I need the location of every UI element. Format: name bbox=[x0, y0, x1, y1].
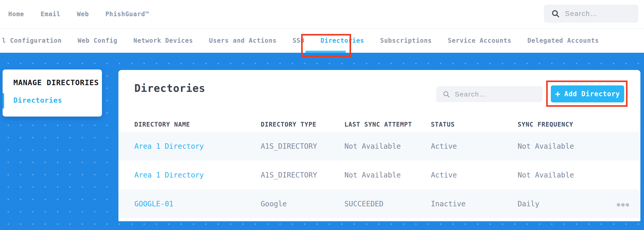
directory-type-cell: A1S_DIRECTORY bbox=[261, 142, 344, 151]
last-sync-attempt-cell: Not Available bbox=[344, 142, 431, 151]
active-item-bar bbox=[3, 93, 4, 109]
last-sync-attempt-cell: SUCCEEDED bbox=[344, 200, 431, 208]
status-cell: Active bbox=[431, 142, 518, 151]
global-search-input[interactable]: Search… bbox=[544, 5, 638, 23]
sync-frequency-cell: Daily bbox=[518, 200, 606, 208]
tab-network-devices[interactable]: Network Devices bbox=[133, 37, 193, 44]
tab-sso[interactable]: SSO bbox=[293, 37, 304, 44]
directory-name-link[interactable]: Area 1 Directory bbox=[134, 171, 261, 179]
primary-nav: Home Email Web PhishGuard™ Search… bbox=[0, 0, 644, 28]
content-area: MANAGE DIRECTORIES Directories Directori… bbox=[0, 53, 644, 230]
tab-delegated-accounts[interactable]: Delegated Accounts bbox=[527, 37, 599, 44]
secondary-nav: l Configuration Web Config Network Devic… bbox=[0, 28, 644, 53]
directories-panel: Directories Search… + Add Directory DIRE… bbox=[118, 70, 640, 221]
directory-type-cell: Google bbox=[261, 200, 344, 208]
manage-directories-card: MANAGE DIRECTORIES Directories bbox=[3, 69, 102, 117]
directory-name-link[interactable]: GOOGLE-01 bbox=[134, 200, 261, 208]
column-header-status: STATUS bbox=[431, 121, 518, 128]
status-cell: Inactive bbox=[431, 200, 518, 208]
tab-directories[interactable]: Directories bbox=[320, 37, 364, 44]
page-title: Directories bbox=[134, 82, 205, 94]
status-cell: Active bbox=[431, 171, 518, 179]
nav-item-home[interactable]: Home bbox=[8, 11, 24, 18]
table-row: Area 1 Directory A1S_DIRECTORY Not Avail… bbox=[118, 132, 640, 161]
directory-type-cell: A1S_DIRECTORY bbox=[261, 171, 344, 179]
tab-subscriptions[interactable]: Subscriptions bbox=[380, 37, 432, 44]
column-header-sync-frequency: SYNC FREQUENCY bbox=[518, 121, 606, 128]
table-row: GOOGLE-01 Google SUCCEEDED Inactive Dail… bbox=[118, 189, 640, 218]
app-screen: Home Email Web PhishGuard™ Search… l Con… bbox=[0, 0, 644, 230]
tab-service-accounts[interactable]: Service Accounts bbox=[448, 37, 511, 44]
last-sync-attempt-cell: Not Available bbox=[344, 171, 431, 179]
row-actions-cell: ●●● bbox=[606, 200, 630, 208]
nav-item-phishguard[interactable]: PhishGuard™ bbox=[105, 11, 149, 18]
column-header-last-sync-attempt: LAST SYNC ATTEMPT bbox=[344, 121, 431, 128]
add-directory-button-label: Add Directory bbox=[564, 90, 620, 98]
search-icon bbox=[551, 9, 560, 18]
column-header-directory-name: DIRECTORY NAME bbox=[134, 121, 261, 128]
table-header-row: DIRECTORY NAME DIRECTORY TYPE LAST SYNC … bbox=[118, 117, 640, 132]
sync-frequency-cell: Not Available bbox=[518, 142, 606, 151]
sync-frequency-cell: Not Available bbox=[518, 171, 606, 179]
directory-name-link[interactable]: Area 1 Directory bbox=[134, 142, 261, 151]
directories-table: DIRECTORY NAME DIRECTORY TYPE LAST SYNC … bbox=[118, 117, 640, 218]
tab-web-config[interactable]: Web Config bbox=[78, 37, 118, 44]
plus-icon: + bbox=[555, 90, 561, 98]
sidebar-item-directories[interactable]: Directories bbox=[13, 96, 62, 104]
search-icon bbox=[442, 90, 450, 98]
manage-card-title: MANAGE DIRECTORIES bbox=[13, 78, 99, 87]
panel-header: Directories Search… + Add Directory bbox=[118, 70, 640, 117]
tab-users-and-actions[interactable]: Users and Actions bbox=[209, 37, 277, 44]
row-actions-menu-icon[interactable]: ●●● bbox=[617, 201, 630, 208]
column-header-directory-type: DIRECTORY TYPE bbox=[261, 121, 344, 128]
nav-item-web[interactable]: Web bbox=[77, 11, 89, 18]
add-directory-button[interactable]: + Add Directory bbox=[551, 85, 624, 102]
global-search-placeholder: Search… bbox=[565, 10, 598, 18]
tab-email-configuration[interactable]: l Configuration bbox=[2, 37, 62, 44]
nav-item-email[interactable]: Email bbox=[41, 11, 60, 18]
directories-search-placeholder: Search… bbox=[455, 90, 486, 98]
directories-search-input[interactable]: Search… bbox=[436, 86, 543, 102]
active-tab-underline bbox=[306, 51, 346, 53]
table-row: Area 1 Directory A1S_DIRECTORY Not Avail… bbox=[118, 161, 640, 189]
